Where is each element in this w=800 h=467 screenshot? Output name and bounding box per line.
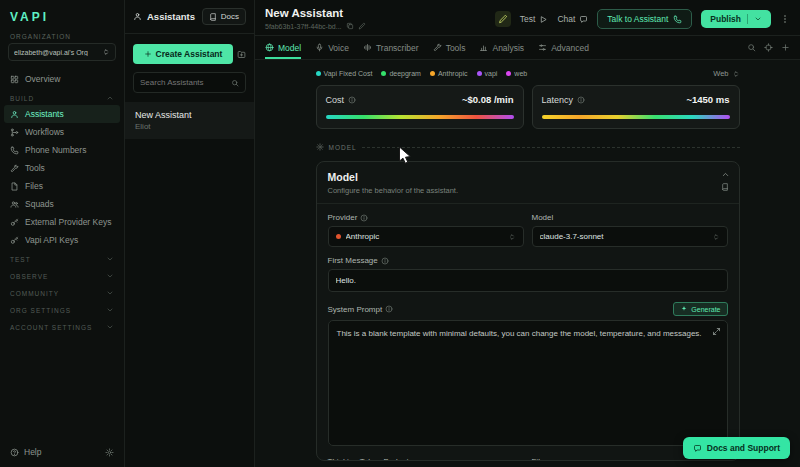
thinking-token-budget-label: Thinking Token Budget	[328, 457, 409, 461]
sidebar-item-squads[interactable]: Squads	[0, 195, 124, 213]
assistant-subtitle: Eliot	[135, 122, 244, 131]
tab-analysis[interactable]: Analysis	[479, 36, 524, 59]
docs-and-support-button[interactable]: Docs and Support	[683, 437, 790, 459]
generate-button[interactable]: Generate	[673, 302, 727, 316]
tab-advanced[interactable]: Advanced	[538, 36, 589, 59]
create-assistant-button[interactable]: Create Assistant	[133, 44, 233, 64]
copy-icon[interactable]	[346, 22, 354, 30]
model-form: Provider Anthropic	[317, 204, 739, 461]
zoom-in-icon[interactable]	[781, 43, 790, 52]
sidebar-item-overview[interactable]: Overview	[0, 70, 124, 88]
info-icon[interactable]	[360, 214, 368, 222]
waveform-icon	[363, 43, 372, 52]
help-row: Help	[0, 441, 124, 461]
provider-select[interactable]: Anthropic	[328, 226, 524, 247]
workflow-icon	[10, 128, 19, 137]
updown-icon	[508, 233, 516, 241]
sidebar-item-files[interactable]: Files	[0, 177, 124, 195]
tab-model[interactable]: Model	[265, 36, 301, 59]
dots-icon	[780, 14, 790, 24]
sidebar-section-observe[interactable]: OBSERVE	[0, 266, 124, 283]
cost-value: ~$0.08 /min	[462, 94, 514, 105]
info-icon[interactable]	[577, 96, 585, 104]
assistants-panel-title: Assistants	[133, 11, 195, 22]
sidebar-section-build[interactable]: BUILD	[0, 88, 124, 105]
assistant-id-row: 5fab63b1-37ff-44bc-bd...	[265, 22, 366, 30]
first-message-input[interactable]	[328, 269, 728, 292]
info-icon[interactable]	[385, 305, 393, 313]
person-icon	[133, 12, 142, 21]
expand-icon[interactable]	[712, 327, 721, 336]
sidebar-section-org-settings[interactable]: ORG SETTINGS	[0, 300, 124, 317]
page-title: New Assistant	[265, 7, 366, 19]
assistant-search	[133, 72, 246, 93]
provider-label: Provider	[328, 213, 358, 222]
help-label[interactable]: Help	[24, 447, 41, 457]
tabs: Model Voice Transcriber Tools Analysis	[265, 36, 589, 59]
sidebar-item-assistants[interactable]: Assistants	[4, 105, 120, 123]
model-select[interactable]: claude-3.7-sonnet	[532, 226, 728, 247]
sidebar-section-account-settings[interactable]: ACCOUNT SETTINGS	[0, 317, 124, 334]
assistant-canvas: Vapi Fixed Cost deepgram Anthropic vapi	[255, 60, 800, 467]
sidebar-item-label: Assistants	[25, 109, 64, 119]
main-area: New Assistant 5fab63b1-37ff-44bc-bd... T…	[255, 0, 800, 467]
sidebar-item-workflows[interactable]: Workflows	[0, 123, 124, 141]
sidebar-item-label: Files	[25, 181, 43, 191]
canvas-content: Vapi Fixed Cost deepgram Anthropic vapi	[316, 60, 740, 461]
assistant-list-item[interactable]: New Assistant Eliot	[125, 102, 254, 139]
sidebar-item-phone-numbers[interactable]: Phone Numbers	[0, 141, 124, 159]
mode-selector[interactable]: Web	[713, 69, 739, 78]
legend-item: web	[506, 70, 527, 77]
help-icon[interactable]	[10, 448, 19, 457]
tab-transcriber[interactable]: Transcriber	[363, 36, 419, 59]
provider-dot	[336, 234, 341, 239]
sidebar: VAPI ORGANIZATION elizabeth@vapi.ai's Or…	[0, 0, 125, 467]
docs-link-icon[interactable]	[721, 183, 730, 191]
legend-dot	[381, 71, 386, 76]
search-assistants-input[interactable]	[140, 73, 227, 92]
updown-icon	[732, 70, 740, 78]
info-icon[interactable]	[348, 96, 356, 104]
sidebar-item-label: Tools	[25, 163, 45, 173]
sliders-icon	[538, 43, 547, 52]
sidebar-item-tools[interactable]: Tools	[0, 159, 124, 177]
legend-dot	[430, 71, 435, 76]
legend-item: vapi	[477, 70, 498, 77]
edit-id-icon[interactable]	[358, 22, 366, 30]
tab-voice[interactable]: Voice	[315, 36, 349, 59]
test-button[interactable]: Test	[520, 14, 549, 24]
crosshair-icon[interactable]	[764, 43, 773, 52]
grid-icon	[10, 75, 19, 84]
sparkle-icon	[680, 305, 688, 313]
sidebar-item-external-provider-keys[interactable]: External Provider Keys	[0, 213, 124, 231]
legend-item: deepgram	[381, 70, 421, 77]
org-selector[interactable]: elizabeth@vapi.ai's Org	[8, 43, 116, 61]
chat-icon	[579, 15, 588, 24]
collapse-icon[interactable]	[721, 170, 730, 179]
publish-button[interactable]: Publish	[701, 10, 771, 28]
system-prompt-textarea[interactable]: This is a blank template with minimal de…	[328, 320, 728, 446]
talk-to-assistant-button[interactable]: Talk to Assistant	[597, 9, 692, 29]
edit-assistant-button[interactable]	[495, 11, 511, 27]
play-icon	[539, 15, 548, 24]
docs-button[interactable]: Docs	[202, 8, 246, 25]
sidebar-section-community[interactable]: COMMUNITY	[0, 283, 124, 300]
mic-icon	[315, 43, 324, 52]
tab-bar: Model Voice Transcriber Tools Analysis	[255, 36, 800, 60]
chat-button[interactable]: Chat	[557, 14, 588, 24]
organize-folder-button[interactable]	[237, 50, 246, 59]
gear-icon	[316, 143, 324, 151]
legend-dot	[506, 71, 511, 76]
main-header: New Assistant 5fab63b1-37ff-44bc-bd... T…	[255, 0, 800, 36]
sidebar-item-vapi-api-keys[interactable]: Vapi API Keys	[0, 231, 124, 249]
sidebar-section-test[interactable]: TEST	[0, 249, 124, 266]
organization-label: ORGANIZATION	[0, 33, 124, 43]
settings-gear-icon[interactable]	[105, 448, 114, 457]
more-menu-button[interactable]	[780, 14, 790, 24]
zoom-search-icon[interactable]	[747, 43, 756, 52]
info-icon[interactable]	[381, 257, 389, 265]
sidebar-item-label: Workflows	[25, 127, 64, 137]
tab-tools[interactable]: Tools	[433, 36, 466, 59]
model-value: claude-3.7-sonnet	[540, 232, 707, 241]
book-icon	[209, 13, 217, 21]
